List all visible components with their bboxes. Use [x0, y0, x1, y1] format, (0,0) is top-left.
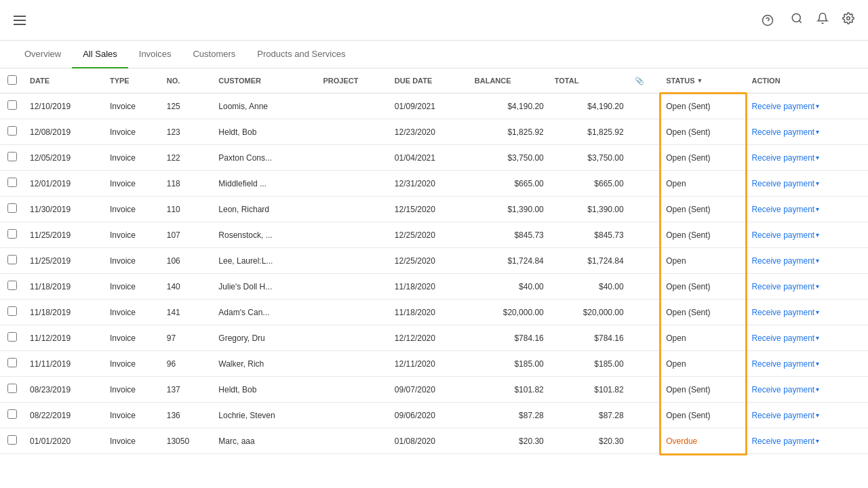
receive-payment-button[interactable]: Receive payment	[751, 436, 814, 446]
no-header[interactable]: NO.	[161, 68, 214, 94]
receive-payment-button[interactable]: Receive payment	[751, 230, 814, 240]
menu-button[interactable]	[14, 16, 26, 25]
row-select-checkbox[interactable]	[7, 152, 17, 161]
action-dropdown-arrow[interactable]: ▾	[816, 283, 819, 290]
receive-payment-button[interactable]: Receive payment	[751, 385, 814, 394]
row-total: $784.16	[549, 325, 629, 351]
tab-customers[interactable]: Customers	[182, 41, 246, 68]
row-type: Invoice	[104, 197, 161, 222]
action-dropdown-arrow[interactable]: ▾	[816, 154, 819, 161]
row-project	[317, 377, 389, 403]
settings-button[interactable]	[842, 12, 854, 28]
row-date: 11/11/2019	[24, 351, 104, 377]
type-header[interactable]: TYPE	[104, 68, 161, 94]
action-dropdown-arrow[interactable]: ▾	[816, 231, 819, 239]
row-due-date: 12/12/2020	[389, 325, 469, 351]
row-attachment	[629, 119, 661, 145]
row-attachment	[629, 248, 661, 274]
action-dropdown-arrow[interactable]: ▾	[816, 360, 819, 367]
action-dropdown-arrow[interactable]: ▾	[816, 180, 819, 187]
row-select-checkbox[interactable]	[7, 306, 17, 316]
row-total: $1,390.00	[549, 197, 629, 222]
receive-payment-button[interactable]: Receive payment	[751, 333, 814, 343]
row-no: 97	[161, 325, 214, 351]
customer-header[interactable]: CUSTOMER	[213, 68, 317, 94]
row-total: $665.00	[549, 171, 629, 197]
select-all-checkbox[interactable]	[7, 75, 17, 85]
date-header[interactable]: DATE	[24, 68, 104, 94]
row-status: Open (Sent)	[660, 300, 746, 325]
row-select-checkbox[interactable]	[7, 178, 17, 187]
row-date: 01/01/2020	[24, 428, 104, 454]
search-button[interactable]	[791, 12, 803, 28]
action-dropdown-arrow[interactable]: ▾	[816, 437, 819, 445]
due-date-header[interactable]: DUE DATE	[389, 68, 469, 94]
table-row: 11/18/2019 Invoice 140 Julie's Doll H...…	[0, 274, 868, 300]
receive-payment-button[interactable]: Receive payment	[751, 411, 814, 420]
row-select-checkbox[interactable]	[7, 384, 17, 393]
receive-payment-button[interactable]: Receive payment	[751, 359, 814, 369]
help-button[interactable]	[762, 14, 777, 26]
table-row: 08/22/2019 Invoice 136 Lochrie, Steven 0…	[0, 403, 868, 428]
row-date: 11/18/2019	[24, 274, 104, 300]
row-status: Overdue	[660, 428, 746, 454]
receive-payment-button[interactable]: Receive payment	[751, 127, 814, 137]
receive-payment-button[interactable]: Receive payment	[751, 102, 814, 111]
row-select-checkbox[interactable]	[7, 229, 17, 239]
receive-payment-button[interactable]: Receive payment	[751, 256, 814, 266]
action-dropdown-arrow[interactable]: ▾	[816, 386, 819, 393]
tab-all-sales[interactable]: All Sales	[72, 41, 128, 68]
row-action: Receive payment ▾	[746, 119, 868, 145]
row-select-checkbox[interactable]	[7, 435, 17, 445]
table-row: 11/11/2019 Invoice 96 Walker, Rich 12/11…	[0, 351, 868, 377]
row-due-date: 01/09/2021	[389, 94, 469, 119]
row-select-checkbox[interactable]	[7, 409, 17, 419]
row-select-checkbox[interactable]	[7, 281, 17, 290]
project-header[interactable]: PROJECT	[317, 68, 389, 94]
row-action: Receive payment ▾	[746, 274, 868, 300]
header-right	[762, 12, 854, 28]
row-select-checkbox[interactable]	[7, 255, 17, 264]
receive-payment-button[interactable]: Receive payment	[751, 205, 814, 214]
row-no: 96	[161, 351, 214, 377]
row-due-date: 12/23/2020	[389, 119, 469, 145]
notifications-button[interactable]	[816, 12, 829, 28]
row-select-checkbox[interactable]	[7, 332, 17, 342]
row-customer: Leon, Richard	[213, 197, 317, 222]
row-due-date: 01/08/2020	[389, 428, 469, 454]
tab-products[interactable]: Products and Services	[246, 41, 356, 68]
action-dropdown-arrow[interactable]: ▾	[816, 102, 819, 110]
tab-overview[interactable]: Overview	[14, 41, 72, 68]
action-dropdown-arrow[interactable]: ▾	[816, 128, 819, 136]
row-status: Open	[660, 248, 746, 274]
row-select-checkbox[interactable]	[7, 203, 17, 213]
status-header[interactable]: STATUS ▼	[660, 68, 746, 94]
tab-invoices[interactable]: Invoices	[128, 41, 182, 68]
row-select-checkbox[interactable]	[7, 126, 17, 136]
row-no: 122	[161, 145, 214, 171]
row-project	[317, 274, 389, 300]
total-header[interactable]: TOTAL	[549, 68, 629, 94]
action-dropdown-arrow[interactable]: ▾	[816, 257, 819, 264]
receive-payment-button[interactable]: Receive payment	[751, 179, 814, 188]
receive-payment-button[interactable]: Receive payment	[751, 153, 814, 163]
table-row: 11/25/2019 Invoice 106 Lee, Laurel:L... …	[0, 248, 868, 274]
row-no: 123	[161, 119, 214, 145]
action-dropdown-arrow[interactable]: ▾	[816, 411, 819, 419]
row-customer: Julie's Doll H...	[213, 274, 317, 300]
row-select-checkbox[interactable]	[7, 100, 17, 110]
receive-payment-button[interactable]: Receive payment	[751, 308, 814, 317]
action-dropdown-arrow[interactable]: ▾	[816, 334, 819, 342]
action-dropdown-arrow[interactable]: ▾	[816, 308, 819, 316]
receive-payment-button[interactable]: Receive payment	[751, 282, 814, 291]
app-header	[0, 0, 868, 41]
row-attachment	[629, 145, 661, 171]
action-dropdown-arrow[interactable]: ▾	[816, 205, 819, 213]
row-attachment	[629, 222, 661, 248]
balance-header[interactable]: BALANCE	[469, 68, 549, 94]
row-total: $1,724.84	[549, 248, 629, 274]
row-checkbox-cell	[0, 197, 24, 222]
row-select-checkbox[interactable]	[7, 358, 17, 367]
select-all-header	[0, 68, 24, 94]
row-type: Invoice	[104, 145, 161, 171]
